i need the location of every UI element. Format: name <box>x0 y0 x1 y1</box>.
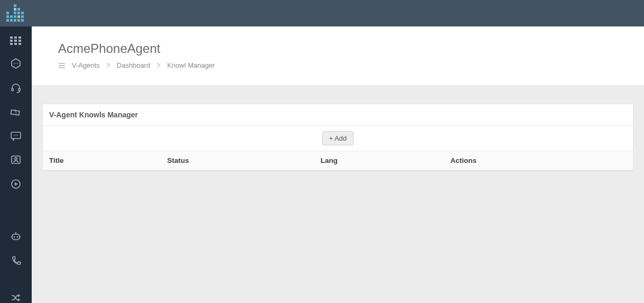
col-actions: Actions <box>444 151 633 170</box>
col-status: Status <box>161 151 314 170</box>
knowls-panel: V-Agent Knowls Manager + Add Title Statu… <box>42 104 633 171</box>
svg-rect-2 <box>18 36 21 39</box>
svg-rect-23 <box>12 234 20 240</box>
page-title: AcmePhoneAgent <box>58 41 628 56</box>
knowls-table: Title Status Lang Actions <box>43 151 633 170</box>
svg-point-18 <box>17 135 18 136</box>
content: V-Agent Knowls Manager + Add Title Statu… <box>32 85 644 171</box>
ticket-icon[interactable] <box>10 106 22 118</box>
robot-icon[interactable] <box>10 231 22 243</box>
svg-rect-3 <box>10 40 13 42</box>
topbar <box>0 0 644 26</box>
svg-point-17 <box>15 135 16 136</box>
svg-point-24 <box>14 236 15 238</box>
add-button[interactable]: + Add <box>322 131 354 145</box>
sidebar <box>0 26 32 303</box>
phone-icon[interactable] <box>10 255 22 267</box>
menu-icon[interactable] <box>58 62 66 69</box>
breadcrumb: V-Agents Dashboard Knowl Manager <box>58 61 628 69</box>
col-lang: Lang <box>314 151 444 170</box>
svg-rect-6 <box>10 43 13 45</box>
svg-point-10 <box>14 63 15 64</box>
page-header: AcmePhoneAgent V-Agents Dashboard Knowl … <box>32 26 644 85</box>
svg-rect-5 <box>18 40 21 42</box>
svg-point-20 <box>15 158 17 160</box>
svg-point-25 <box>17 236 18 238</box>
chevron-right-icon <box>156 61 161 69</box>
breadcrumb-dashboard[interactable]: Dashboard <box>117 61 151 69</box>
shuffle-icon[interactable] <box>10 292 22 303</box>
svg-point-16 <box>14 135 15 136</box>
svg-marker-22 <box>15 182 18 186</box>
svg-point-11 <box>15 63 16 64</box>
panel-toolbar: + Add <box>43 126 633 151</box>
panel-title: V-Agent Knowls Manager <box>43 104 633 126</box>
breadcrumb-vagents[interactable]: V-Agents <box>72 61 100 69</box>
svg-rect-13 <box>12 88 13 91</box>
svg-rect-1 <box>14 36 17 39</box>
breadcrumb-current: Knowl Manager <box>167 61 214 69</box>
svg-point-12 <box>17 63 18 64</box>
svg-rect-14 <box>18 88 20 91</box>
apps-icon[interactable] <box>10 36 22 45</box>
svg-rect-4 <box>14 40 17 42</box>
hexagon-chat-icon[interactable] <box>10 58 22 69</box>
svg-point-26 <box>15 232 16 233</box>
table-header-row: Title Status Lang Actions <box>43 151 633 170</box>
app-logo <box>6 4 24 22</box>
chevron-right-icon <box>106 61 110 69</box>
svg-rect-0 <box>10 36 13 39</box>
svg-rect-8 <box>18 43 21 45</box>
headset-icon[interactable] <box>10 82 22 94</box>
play-circle-icon[interactable] <box>10 178 22 190</box>
contact-card-icon[interactable] <box>10 154 22 166</box>
col-title: Title <box>43 151 161 170</box>
main-area: AcmePhoneAgent V-Agents Dashboard Knowl … <box>32 26 644 303</box>
message-icon[interactable] <box>10 131 22 141</box>
svg-rect-7 <box>14 43 17 45</box>
